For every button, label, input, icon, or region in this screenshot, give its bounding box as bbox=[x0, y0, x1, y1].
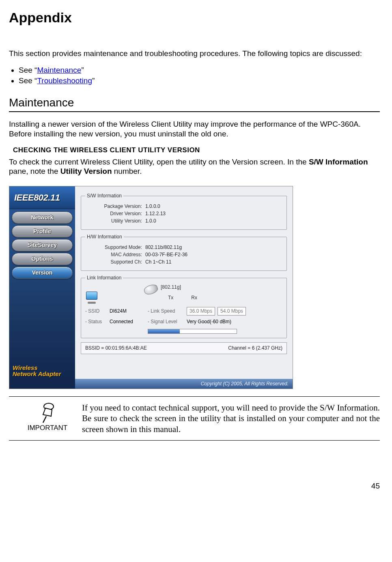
nav-sitesurvey[interactable]: SiteSurvey bbox=[12, 239, 73, 251]
driver-version-label: Driver Version: bbox=[85, 211, 145, 217]
utility-version-value: 1.0.0 bbox=[145, 218, 156, 224]
intro-text: This section provides maintenance and tr… bbox=[9, 49, 380, 58]
rule bbox=[9, 111, 380, 112]
signal-bar bbox=[148, 329, 237, 334]
status-label: - Status bbox=[85, 319, 107, 325]
see-suffix: ” bbox=[81, 66, 84, 74]
sidebar-footer: Wireless Network Adapter bbox=[13, 365, 72, 378]
important-text: If you need to contact technical support… bbox=[82, 402, 380, 434]
rule bbox=[9, 440, 380, 441]
tx-label: Tx bbox=[168, 295, 173, 301]
maintenance-heading: Maintenance bbox=[9, 95, 380, 110]
wireless-utility-window: ✕ IEEE802.11 Network Profile SiteSurvey … bbox=[9, 186, 293, 389]
brand-logo: IEEE802.11 bbox=[9, 186, 75, 209]
link-troubleshooting[interactable]: Troubleshooting bbox=[37, 76, 92, 85]
nav-profile[interactable]: Profile bbox=[12, 225, 73, 238]
important-label: IMPORTANT bbox=[28, 424, 68, 432]
supported-ch-value: Ch 1~Ch 11 bbox=[145, 259, 171, 265]
important-note: IMPORTANT If you need to contact technic… bbox=[9, 397, 380, 440]
txrx-header: Tx Rx bbox=[161, 295, 197, 301]
driver-version-value: 1.12.2.13 bbox=[145, 211, 166, 217]
ssid-value: DI624M bbox=[110, 308, 145, 314]
rx-label: Rx bbox=[191, 295, 197, 301]
maintenance-desc: Installing a newer version of the Wirele… bbox=[9, 119, 380, 139]
nav: Network Profile SiteSurvey Options Versi… bbox=[9, 209, 75, 279]
svg-line-1 bbox=[43, 416, 46, 423]
status-bar: BSSID = 00:01:95:6A:4B:AE Channel = 6 (2… bbox=[81, 342, 287, 354]
link-information-group: Link Information [802.11g] Tx Rx - SSID … bbox=[81, 275, 287, 338]
see-suffix: ” bbox=[92, 76, 95, 85]
rx-speed-value: 54.0 Mbps bbox=[218, 307, 246, 316]
sw-legend: S/W Information bbox=[85, 193, 123, 199]
channel-value: Channel = 6 (2.437 GHz) bbox=[228, 345, 282, 351]
supported-mode-label: Supported Mode: bbox=[85, 244, 145, 251]
main-pane: S/W Information Package Version:1.0.0.0 … bbox=[75, 186, 293, 389]
supported-ch-label: Supported Ch: bbox=[85, 259, 145, 265]
copyright-bar: Copyright (C) 2005, All Rights Reserved. bbox=[75, 379, 293, 389]
sw-information-group: S/W Information Package Version:1.0.0.0 … bbox=[81, 193, 287, 230]
package-version-value: 1.0.0.0 bbox=[145, 203, 160, 210]
supported-mode-value: 802.11b/802.11g bbox=[145, 244, 182, 251]
nav-options[interactable]: Options bbox=[12, 253, 73, 265]
subheading-checking-version: CHECKING THE WIRELESS CLIENT UTILITY VER… bbox=[13, 146, 380, 154]
list-item: See “Maintenance” bbox=[19, 65, 380, 75]
page-number: 45 bbox=[9, 481, 380, 491]
link-legend: Link Information bbox=[85, 275, 123, 281]
link-maintenance[interactable]: Maintenance bbox=[37, 66, 81, 74]
nav-version[interactable]: Version bbox=[12, 267, 73, 279]
pushpin-icon bbox=[37, 402, 58, 424]
mac-address-label: MAC Address: bbox=[85, 252, 145, 258]
monitor-icon bbox=[85, 292, 100, 304]
band-label: [802.11g] bbox=[161, 284, 181, 290]
status-value: Connected bbox=[110, 319, 145, 325]
signal-level-label: - Signal Level bbox=[148, 319, 184, 325]
see-prefix: See “ bbox=[19, 76, 37, 85]
see-prefix: See “ bbox=[19, 66, 37, 74]
utility-version-label: Utility Version: bbox=[85, 218, 145, 224]
linkspeed-label: - Link Speed bbox=[148, 308, 184, 314]
page-title: Appendix bbox=[9, 9, 380, 26]
hw-information-group: H/W Information Supported Mode:802.11b/8… bbox=[81, 234, 287, 271]
check-desc: To check the current Wireless Client Uti… bbox=[9, 157, 380, 177]
list-item: See “Troubleshooting” bbox=[19, 76, 380, 86]
ssid-label: - SSID bbox=[85, 308, 107, 314]
bssid-value: BSSID = 00:01:95:6A:4B:AE bbox=[85, 345, 147, 351]
satellite-dish-icon bbox=[143, 283, 159, 296]
signal-level-value: Very Good(-60 dBm) bbox=[187, 319, 282, 325]
mac-address-value: 00-03-7F-BE-F2-36 bbox=[145, 252, 187, 258]
hw-legend: H/W Information bbox=[85, 234, 124, 240]
topic-list: See “Maintenance” See “Troubleshooting” bbox=[9, 65, 380, 86]
tx-speed-value: 36.0 Mbps bbox=[187, 307, 215, 316]
sidebar: IEEE802.11 Network Profile SiteSurvey Op… bbox=[9, 186, 75, 389]
package-version-label: Package Version: bbox=[85, 203, 145, 210]
nav-network[interactable]: Network bbox=[12, 212, 73, 224]
